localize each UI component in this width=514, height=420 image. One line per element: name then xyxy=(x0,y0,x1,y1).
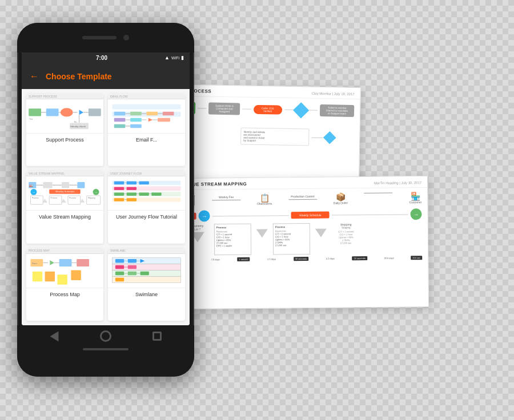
phone: 7:00 ▲ WiFi ▮ ← Choose Template SUP xyxy=(17,23,194,377)
svg-rect-65 xyxy=(114,187,124,189)
svg-text:Identity check: Identity check xyxy=(70,125,86,128)
svg-rect-89 xyxy=(45,272,55,281)
template-thumb-support: SUPPORT PROCESS xyxy=(26,94,103,134)
nav-back-icon xyxy=(50,331,59,341)
nav-recents-button[interactable] xyxy=(148,330,166,342)
svg-marker-27 xyxy=(148,118,153,122)
template-thumb-journey: USER JOURNEY FLOW xyxy=(108,171,185,211)
template-name-process: Process Map xyxy=(26,288,103,301)
svg-rect-106 xyxy=(128,272,136,276)
vsm-weekly-schedule: Weekly Schedule xyxy=(291,212,330,219)
template-name-swimlane: Swimlane xyxy=(108,288,185,301)
status-bar: 7:00 ▲ WiFi ▮ xyxy=(22,51,190,64)
template-card-value-stream[interactable]: VALUE STREAM MAPPING 🏭 xyxy=(26,171,103,243)
template-name-vsm: Value Stream Mapping xyxy=(26,211,103,223)
svg-marker-83 xyxy=(50,260,54,265)
svg-rect-69 xyxy=(139,192,148,195)
flow-box-3: Caller 1D&Verified xyxy=(253,104,282,114)
svg-rect-85 xyxy=(59,259,72,266)
flow-box-2: Support Desk isContacted andAssigned xyxy=(208,103,240,115)
svg-text:→: → xyxy=(94,189,98,193)
svg-rect-25 xyxy=(130,118,142,122)
template-thumb-vsm: VALUE STREAM MAPPING 🏭 xyxy=(26,171,103,211)
svg-rect-67 xyxy=(114,192,124,195)
template-card-process-map[interactable]: PROCESS MAP Start xyxy=(26,248,103,321)
svg-text:Shipping: Shipping xyxy=(88,197,95,199)
svg-rect-90 xyxy=(57,274,67,284)
svg-rect-30 xyxy=(114,124,126,128)
battery-icon: ▮ xyxy=(181,55,184,60)
nav-recents-icon xyxy=(152,332,162,341)
process-mini-svg: Start xyxy=(26,253,103,287)
svg-rect-8 xyxy=(89,108,101,116)
template-grid[interactable]: SUPPORT PROCESS xyxy=(22,89,190,325)
toolbar-title: Choose Template xyxy=(46,72,112,81)
phone-speaker xyxy=(82,36,117,39)
svg-rect-2 xyxy=(46,108,59,116)
svg-rect-68 xyxy=(127,192,136,195)
svg-text:Process: Process xyxy=(50,197,57,199)
template-card-support-process[interactable]: SUPPORT PROCESS xyxy=(26,94,103,166)
svg-rect-71 xyxy=(114,198,124,201)
svg-rect-16 xyxy=(114,111,126,115)
svg-rect-22 xyxy=(163,111,174,115)
svg-rect-70 xyxy=(151,192,161,195)
phone-nav-bar xyxy=(17,325,194,377)
svg-text:Process: Process xyxy=(69,197,76,199)
svg-rect-66 xyxy=(127,187,136,189)
nav-back-button[interactable] xyxy=(45,330,63,342)
svg-rect-98 xyxy=(128,259,136,263)
svg-rect-18 xyxy=(130,111,142,115)
status-time: 7:00 xyxy=(96,55,107,61)
svg-rect-109 xyxy=(115,278,124,282)
template-card-swimlane[interactable]: SWIMLANE xyxy=(108,248,185,321)
svg-point-4 xyxy=(61,108,73,116)
app-toolbar: ← Choose Template xyxy=(22,64,190,89)
svg-rect-32 xyxy=(130,124,142,128)
svg-rect-23 xyxy=(114,118,126,122)
svg-rect-40 xyxy=(77,182,85,188)
phone-camera xyxy=(123,35,129,41)
svg-rect-91 xyxy=(71,270,81,280)
template-name-email: Email F... xyxy=(108,134,185,146)
svg-rect-29 xyxy=(158,118,170,122)
doc-vsm-meta: MarTin Heading | July 30, 2017 xyxy=(374,181,421,185)
template-name-support: Support Process xyxy=(26,134,103,146)
support-mini-svg: Identity check Yes No xyxy=(26,99,103,134)
flow-box-4: Ticket to resolveinternal or escalateto … xyxy=(320,104,354,117)
svg-rect-20 xyxy=(147,111,158,115)
vsm-mini-svg: 🏭 Weekly Schedule → xyxy=(26,176,103,210)
swimlane-mini-svg xyxy=(108,253,185,287)
svg-rect-96 xyxy=(115,259,124,263)
svg-text:Process: Process xyxy=(32,197,39,199)
doc-support-meta: Clay Morritur | July 18, 2017 xyxy=(312,91,355,95)
phone-top-bar xyxy=(17,23,194,52)
svg-rect-36 xyxy=(43,182,52,188)
svg-rect-38 xyxy=(62,182,69,188)
flow-diamond-2 xyxy=(323,131,336,144)
status-icons: ▲ WiFi ▮ xyxy=(164,55,184,60)
doc-vsm-body: 🏭 Supplier Weekly Fax 📋 Obsessions Produ… xyxy=(177,188,428,304)
svg-text:🏭: 🏭 xyxy=(29,183,33,187)
svg-rect-0 xyxy=(29,108,41,116)
svg-rect-103 xyxy=(128,265,136,269)
svg-rect-108 xyxy=(140,272,149,276)
template-card-user-journey[interactable]: USER JOURNEY FLOW xyxy=(108,171,185,243)
svg-text:→: → xyxy=(32,189,36,193)
template-thumb-process: PROCESS MAP Start xyxy=(26,248,103,288)
back-button[interactable]: ← xyxy=(30,71,39,82)
journey-mini-svg xyxy=(108,176,185,210)
svg-rect-101 xyxy=(115,265,124,269)
template-thumb-swimlane: SWIMLANE xyxy=(108,248,185,288)
phone-body: 7:00 ▲ WiFi ▮ ← Choose Template SUP xyxy=(17,23,194,377)
svg-rect-14 xyxy=(113,104,181,109)
email-mini-svg xyxy=(108,99,185,134)
svg-rect-87 xyxy=(77,259,89,266)
svg-rect-63 xyxy=(127,181,136,184)
signal-icon: ▲ xyxy=(164,55,170,60)
template-card-email-flow[interactable]: EMAIL FLOW xyxy=(108,94,185,166)
nav-home-button[interactable] xyxy=(97,330,115,342)
template-name-journey: User Journey Flow Tutorial xyxy=(108,211,185,223)
nav-home-icon xyxy=(100,330,111,342)
svg-rect-104 xyxy=(115,272,124,276)
